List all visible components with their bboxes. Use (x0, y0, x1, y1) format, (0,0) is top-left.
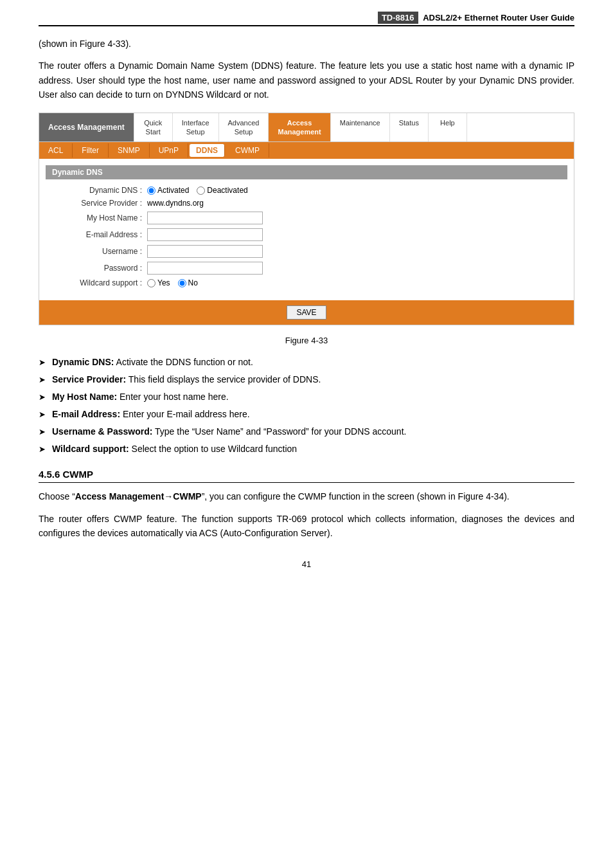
sub-nav-acl[interactable]: ACL (39, 143, 73, 158)
wildcard-no-label[interactable]: No (178, 278, 198, 287)
sidebar-nav-item[interactable]: Access Management (39, 113, 134, 142)
section-header-dynamic-dns: Dynamic DNS (46, 165, 567, 179)
nav-item-maintenance[interactable]: Maintenance (331, 113, 390, 142)
bullet-item-5: ➤ Wildcard support: Select the option to… (39, 442, 574, 456)
save-bar: SAVE (39, 300, 574, 325)
wildcard-label: Wildcard support : (46, 278, 142, 287)
host-name-input[interactable] (147, 212, 263, 224)
wildcard-yes-radio[interactable] (147, 279, 155, 287)
sub-nav-upnp[interactable]: UPnP (150, 143, 188, 158)
dynamic-dns-form: Dynamic DNS : Activated Deactivated Serv… (46, 186, 567, 287)
sub-nav-ddns[interactable]: DDNS (190, 144, 225, 157)
bullet-item-4: ➤ Username & Password: Type the “User Na… (39, 425, 574, 439)
figure-caption: Figure 4-33 (39, 336, 574, 345)
bullet-text-0: Dynamic DNS: Activate the DDNS function … (52, 356, 253, 369)
sub-nav-filter[interactable]: Filter (73, 143, 109, 158)
nav-item-advanced-setup[interactable]: AdvancedSetup (219, 113, 269, 142)
bullet-arrow-0: ➤ (39, 356, 46, 369)
bullet-list: ➤ Dynamic DNS: Activate the DDNS functio… (39, 356, 574, 456)
sub-nav: ACL Filter SNMP UPnP DDNS CWMP (39, 142, 574, 159)
bullet-arrow-2: ➤ (39, 391, 46, 404)
section-456-text-1: Choose “Access Management→CWMP”, you can… (39, 489, 574, 503)
dns-row: Dynamic DNS : Activated Deactivated (46, 186, 567, 195)
page-header: TD-8816 ADSL2/2+ Ethernet Router User Gu… (39, 13, 574, 26)
sub-nav-cwmp[interactable]: CWMP (226, 143, 269, 158)
bullet-text-1: Service Provider: This field displays th… (52, 373, 321, 386)
host-name-row: My Host Name : (46, 212, 567, 224)
email-row: E-mail Address : (46, 228, 567, 241)
router-ui: Access Management QuickStart InterfaceSe… (39, 113, 574, 326)
bullet-arrow-1: ➤ (39, 374, 46, 386)
bullet-item-3: ➤ E-mail Address: Enter your E-mail addr… (39, 408, 574, 421)
password-label: Password : (46, 264, 142, 273)
wildcard-no-radio[interactable] (178, 279, 186, 287)
bullet-text-4: Username & Password: Type the “User Name… (52, 425, 406, 439)
deactivated-label[interactable]: Deactivated (197, 186, 247, 195)
dns-radio-group: Activated Deactivated (147, 186, 248, 195)
bullet-item-1: ➤ Service Provider: This field displays … (39, 373, 574, 386)
activated-radio[interactable] (147, 186, 155, 195)
intro-text-2: The router offers a Dynamic Domain Name … (39, 59, 574, 102)
nav-item-quick-start[interactable]: QuickStart (134, 113, 173, 142)
wildcard-radio-group: Yes No (147, 278, 198, 287)
bullet-item-0: ➤ Dynamic DNS: Activate the DDNS functio… (39, 356, 574, 369)
wildcard-row: Wildcard support : Yes No (46, 278, 567, 287)
password-row: Password : (46, 262, 567, 275)
bullet-arrow-4: ➤ (39, 426, 46, 439)
save-button[interactable]: SAVE (287, 305, 326, 320)
service-provider-label: Service Provider : (46, 199, 142, 208)
bullet-arrow-5: ➤ (39, 443, 46, 456)
model-label: TD-8816 (378, 12, 418, 24)
subtitle-label: ADSL2/2+ Ethernet Router User Guide (423, 13, 574, 23)
nav-item-status[interactable]: Status (390, 113, 429, 142)
bullet-item-2: ➤ My Host Name: Enter your host name her… (39, 390, 574, 404)
nav-item-access-management[interactable]: AccessManagement (269, 113, 330, 142)
content-area: Dynamic DNS Dynamic DNS : Activated Deac… (39, 159, 574, 300)
wildcard-yes-label[interactable]: Yes (147, 278, 170, 287)
page-number: 41 (39, 559, 574, 569)
dns-label: Dynamic DNS : (46, 186, 142, 195)
username-input[interactable] (147, 245, 263, 258)
email-label: E-mail Address : (46, 230, 142, 239)
bullet-text-5: Wildcard support: Select the option to u… (52, 442, 297, 456)
username-label: Username : (46, 247, 142, 256)
nav-item-help[interactable]: Help (429, 113, 467, 142)
sub-nav-snmp[interactable]: SNMP (109, 143, 150, 158)
bullet-text-3: E-mail Address: Enter your E-mail addres… (52, 408, 250, 421)
nav-bar: Access Management QuickStart InterfaceSe… (39, 113, 574, 143)
section-456-heading: 4.5.6 CWMP (39, 469, 574, 483)
service-provider-value: www.dyndns.org (147, 199, 204, 208)
password-input[interactable] (147, 262, 263, 275)
activated-label[interactable]: Activated (147, 186, 189, 195)
deactivated-radio[interactable] (197, 186, 205, 195)
host-name-label: My Host Name : (46, 213, 142, 222)
service-provider-row: Service Provider : www.dyndns.org (46, 199, 567, 208)
bullet-arrow-3: ➤ (39, 408, 46, 421)
email-input[interactable] (147, 228, 263, 241)
username-row: Username : (46, 245, 567, 258)
section-456-text-2: The router offers CWMP feature. The func… (39, 512, 574, 541)
nav-item-interface-setup[interactable]: InterfaceSetup (173, 113, 219, 142)
bullet-text-2: My Host Name: Enter your host name here. (52, 390, 229, 404)
intro-text-1: (shown in Figure 4-33). (39, 37, 574, 51)
